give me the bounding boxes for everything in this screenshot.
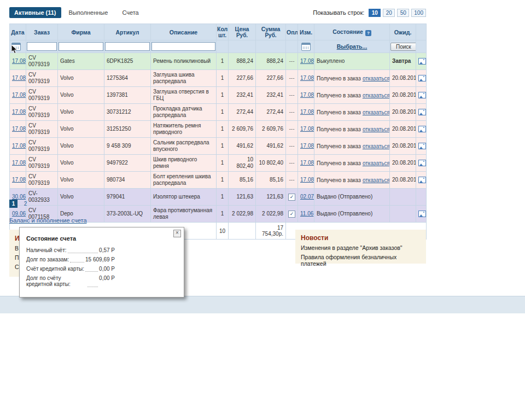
photo-icon[interactable] (418, 109, 426, 115)
order-date-link[interactable]: 17.08 (12, 58, 26, 64)
changed-date-link[interactable]: 17.08 (300, 160, 314, 166)
tab-bar: Активные (11)ВыполненныеСчета (9, 7, 153, 18)
col-header-article[interactable]: Артикул (104, 24, 151, 40)
close-icon[interactable]: × (173, 230, 181, 237)
news-item[interactable]: Изменения в разделе "Архив заказов" (301, 244, 421, 251)
news-item[interactable]: Правила оформления безналичных платежей (301, 254, 421, 267)
state-cell: Получено в заказотказаться (314, 104, 390, 121)
col-header-desc[interactable]: Описание (151, 24, 217, 40)
order-date-link[interactable]: 17.08 (12, 75, 26, 81)
price-cell: 227,66 (229, 70, 256, 87)
changed-date-link[interactable]: 17.08 (300, 143, 314, 149)
per-page-option[interactable]: 20 (383, 9, 395, 17)
page-button[interactable]: 2 (21, 200, 30, 208)
refuse-link[interactable]: отказаться (363, 126, 390, 132)
tab[interactable]: Активные (11) (9, 7, 61, 18)
changed-cell: 17.08 (298, 104, 314, 121)
balance-link[interactable]: Баланс и пополнение счета (9, 217, 87, 224)
order-number-cell: CV 0079319 (26, 155, 58, 172)
order-date-link[interactable]: 17.08 (12, 143, 26, 149)
refuse-link[interactable]: отказаться (363, 177, 390, 183)
firm-cell: Volvo (58, 87, 104, 104)
col-header-expected[interactable]: Ожид. (390, 24, 416, 40)
expected-cell: 20.08.2013 (390, 155, 416, 172)
changed-cell: 02.07 (298, 189, 314, 206)
state-label: Получено в заказ (317, 143, 361, 149)
changed-date-link[interactable]: 17.08 (300, 92, 314, 98)
firm-cell: Volvo (58, 172, 104, 189)
article-cell: 9 458 309 (104, 138, 151, 155)
changed-cell: 17.08 (298, 70, 314, 87)
per-page-option[interactable]: 50 (397, 9, 409, 17)
refuse-link[interactable]: отказаться (363, 75, 390, 81)
tab[interactable]: Выполненные (69, 9, 108, 16)
changed-date-link[interactable]: 17.08 (300, 126, 314, 132)
refuse-link[interactable]: отказаться (363, 143, 390, 149)
page-button[interactable]: 1 (9, 200, 18, 208)
col-header-firm[interactable]: Фирма (58, 24, 104, 40)
order-filter-input[interactable] (27, 42, 57, 51)
search-button[interactable]: Поиск (390, 43, 416, 51)
col-header-sum[interactable]: СуммаРуб. (256, 24, 286, 40)
changed-calendar-icon[interactable] (301, 43, 311, 51)
date-cell: 17.08 (10, 172, 26, 189)
firm-filter-input[interactable] (59, 42, 103, 51)
col-header-changed[interactable]: Изм. (298, 24, 314, 40)
refuse-link[interactable]: отказаться (363, 160, 390, 166)
table-row: 17.08CV 0079319Volvo9497922Шкив приводно… (10, 155, 427, 172)
paid-none: --- (289, 126, 295, 132)
photo-icon[interactable] (418, 177, 426, 183)
tab[interactable]: Счета (122, 9, 138, 16)
photo-icon[interactable] (418, 126, 426, 132)
order-number-cell: CV 0079319 (26, 53, 58, 70)
changed-date-link[interactable]: 02.07 (300, 194, 314, 200)
article-filter-input[interactable] (105, 42, 150, 51)
order-number-cell: CV 0079319 (26, 138, 58, 155)
col-header-state[interactable]: Состояние? (314, 24, 390, 40)
col-header-attachment (416, 24, 427, 40)
date-cell: 17.08 (10, 53, 26, 70)
changed-date-link[interactable]: 17.08 (300, 177, 314, 183)
paid-checkbox[interactable]: ✓ (288, 211, 295, 218)
col-header-order[interactable]: Заказ (26, 24, 58, 40)
changed-date-link[interactable]: 11.06 (300, 211, 313, 217)
state-cell: Получено в заказотказаться (314, 138, 390, 155)
photo-icon[interactable] (418, 92, 426, 98)
paid-cell: --- (286, 138, 298, 155)
help-icon[interactable]: ? (365, 30, 371, 36)
order-number-cell: CV 0079319 (26, 87, 58, 104)
article-cell: 9497922 (104, 155, 151, 172)
photo-icon[interactable] (418, 160, 426, 166)
col-header-date[interactable]: Дата (10, 24, 26, 40)
per-page-option[interactable]: 100 (411, 9, 426, 17)
date-cell: 17.08 (10, 87, 26, 104)
changed-date-link[interactable]: 17.08 (300, 75, 314, 81)
order-date-link[interactable]: 17.08 (12, 160, 26, 166)
order-date-link[interactable]: 17.08 (12, 109, 26, 115)
order-date-link[interactable]: 17.08 (12, 177, 26, 183)
photo-icon[interactable] (418, 75, 426, 81)
col-header-price[interactable]: ЦенаРуб. (229, 24, 256, 40)
col-header-paid[interactable]: Опл. (286, 24, 298, 40)
qty-cell: 1 (217, 206, 229, 223)
changed-date-link[interactable]: 17.08 (300, 58, 314, 64)
per-page-option[interactable]: 10 (369, 9, 381, 17)
description-cell: Заглушка шкива распредвала (151, 70, 217, 87)
paid-checkbox[interactable]: ✓ (288, 194, 295, 201)
date-cell: 17.08 (10, 70, 26, 87)
order-date-link[interactable]: 17.08 (12, 126, 26, 132)
photo-icon[interactable] (418, 211, 426, 217)
refuse-link[interactable]: отказаться (363, 109, 390, 115)
photo-icon[interactable] (418, 58, 426, 65)
desc-filter-input[interactable] (151, 42, 215, 51)
col-header-qty[interactable]: Колшт. (217, 24, 229, 40)
state-cell: Получено в заказотказаться (314, 87, 390, 104)
state-select-link[interactable]: Выбрать... (337, 43, 368, 50)
per-page-control: Показывать строк: 102050100 (313, 9, 426, 17)
changed-date-link[interactable]: 17.08 (300, 109, 314, 115)
order-date-link[interactable]: 09.06 (12, 211, 26, 217)
state-label: Выдано (Отправлено) (317, 194, 372, 200)
order-date-link[interactable]: 17.08 (12, 92, 26, 98)
refuse-link[interactable]: отказаться (363, 92, 390, 98)
photo-icon[interactable] (418, 143, 426, 149)
